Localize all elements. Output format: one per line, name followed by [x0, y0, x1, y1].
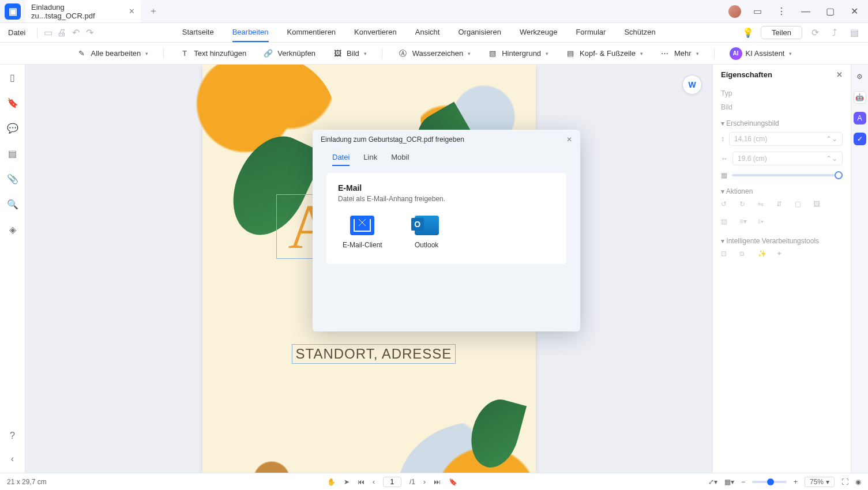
rotate-right-icon[interactable]: ↻: [739, 200, 751, 212]
zoom-thumb[interactable]: [767, 478, 774, 485]
ai-tool-icon[interactable]: ✦: [776, 250, 788, 261]
hand-tool-icon[interactable]: ✋: [327, 478, 336, 486]
attachments-icon[interactable]: 📎: [6, 172, 20, 186]
menu-bearbeiten[interactable]: Bearbeiten: [232, 23, 269, 42]
menu-schuetzen[interactable]: Schützen: [624, 23, 655, 42]
appearance-section[interactable]: ▾ Erscheinungsbild: [721, 119, 843, 127]
ai-rail-icon[interactable]: 🤖: [854, 91, 866, 104]
canvas[interactable]: A STANDORT, ADRESSE W Einladung zum Gebu…: [25, 65, 712, 473]
view-mode-icon[interactable]: ▦▾: [724, 478, 734, 486]
menu-kommentieren[interactable]: Kommentieren: [287, 23, 336, 42]
tab-close-icon[interactable]: ✕: [129, 7, 135, 16]
bookmark-nav-icon[interactable]: 🔖: [449, 478, 457, 486]
crop-icon[interactable]: ▢: [795, 200, 806, 212]
lightbulb-icon[interactable]: 💡: [741, 26, 755, 40]
new-tab-button[interactable]: ＋: [145, 3, 161, 20]
dialog-close-icon[interactable]: ✕: [566, 135, 572, 144]
extract-icon[interactable]: ⧉: [739, 250, 751, 261]
word-export-badge[interactable]: W: [682, 75, 702, 95]
settings-rail-icon[interactable]: ⚙: [854, 70, 866, 83]
align2-icon[interactable]: ≡▾: [739, 217, 751, 229]
menu-werkzeuge[interactable]: Werkzeuge: [520, 23, 558, 42]
fullscreen-icon[interactable]: ⛶: [841, 478, 848, 486]
redo-icon[interactable]: ↷: [82, 26, 96, 40]
stepper-icon[interactable]: ⌃⌄: [826, 154, 837, 163]
image-tool[interactable]: 🖼Bild▾: [327, 46, 371, 62]
upload-icon[interactable]: ⤴: [828, 26, 841, 40]
page-number-input[interactable]: [383, 477, 401, 487]
last-page-icon[interactable]: ⏭: [434, 478, 441, 486]
menu-konvertieren[interactable]: Konvertieren: [354, 23, 397, 42]
next-page-icon[interactable]: ›: [423, 478, 426, 486]
share-button[interactable]: Teilen: [761, 26, 802, 39]
edit-all-tool[interactable]: ✎Alle bearbeiten▾: [72, 46, 153, 62]
dialog-tab-datei[interactable]: Datei: [332, 149, 350, 166]
watermark-tool[interactable]: ⒶWasserzeichen▾: [393, 46, 475, 62]
read-mode-icon[interactable]: ◉: [855, 478, 861, 486]
panel-close-icon[interactable]: ✕: [836, 70, 843, 79]
flip-h-icon[interactable]: ⇋: [758, 200, 769, 212]
undo-icon[interactable]: ↶: [69, 26, 82, 40]
help-icon[interactable]: ?: [6, 429, 20, 443]
text-block-address[interactable]: STANDORT, ADRESSE: [292, 344, 456, 364]
zoom-in-icon[interactable]: +: [794, 478, 798, 486]
opacity-slider[interactable]: [732, 174, 843, 176]
maximize-icon[interactable]: ▢: [822, 3, 838, 20]
list-icon[interactable]: ▤: [847, 26, 861, 40]
replace-icon[interactable]: 🖼: [813, 200, 825, 212]
height-field[interactable]: 14,16 (cm)⌃⌄: [729, 132, 843, 146]
menu-ansicht[interactable]: Ansicht: [415, 23, 440, 42]
rotate-left-icon[interactable]: ↺: [721, 200, 732, 212]
menu-formular[interactable]: Formular: [576, 23, 606, 42]
layers-icon[interactable]: ◈: [6, 223, 20, 236]
fit-width-icon[interactable]: ⤢▾: [708, 478, 717, 486]
check-rail-icon[interactable]: ✓: [854, 133, 866, 145]
ai-assistant-tool[interactable]: AIKI Assistent▾: [725, 45, 797, 62]
app-logo[interactable]: ▣: [5, 3, 21, 20]
a-rail-icon[interactable]: A: [854, 112, 866, 125]
actions-section[interactable]: ▾ Aktionen: [721, 187, 843, 195]
link-tool[interactable]: 🔗Verknüpfen: [258, 46, 320, 62]
file-menu[interactable]: Datei: [0, 28, 33, 37]
menu-organisieren[interactable]: Organisieren: [458, 23, 501, 42]
width-field[interactable]: 19,6 (cm)⌃⌄: [732, 152, 843, 165]
fields-icon[interactable]: ▤: [6, 146, 20, 160]
prev-page-icon[interactable]: ‹: [373, 478, 375, 486]
stepper-icon[interactable]: ⌃⌄: [826, 135, 837, 143]
email-client-option[interactable]: E-Mail-Client: [343, 216, 382, 249]
dialog-tab-mobil[interactable]: Mobil: [391, 149, 409, 166]
enhance-icon[interactable]: ✨: [758, 250, 769, 261]
slider-thumb[interactable]: [835, 171, 843, 179]
thumbnails-icon[interactable]: ▯: [6, 70, 20, 84]
align-icon[interactable]: ▤: [721, 217, 732, 229]
comments-icon[interactable]: 💬: [6, 121, 20, 135]
background-tool[interactable]: ▧Hintergrund▾: [482, 46, 553, 62]
document-tab[interactable]: Einladung zu...tstag_OCR.pdf ✕: [25, 0, 141, 22]
search-icon[interactable]: 🔍: [6, 197, 20, 211]
zoom-out-icon[interactable]: −: [741, 478, 745, 486]
kebab-menu-icon[interactable]: ⋮: [773, 3, 790, 20]
more-tool[interactable]: ⋯Mehr▾: [655, 46, 704, 62]
select-tool-icon[interactable]: ➤: [344, 478, 350, 486]
tools-section[interactable]: ▾ Intelligente Verarbeitungstools: [721, 237, 843, 245]
open-icon[interactable]: ▭: [41, 26, 55, 40]
cloud-sync-icon[interactable]: ⟳: [808, 26, 822, 40]
minimize-icon[interactable]: —: [798, 3, 814, 20]
dialog-tab-link[interactable]: Link: [363, 149, 377, 166]
print-icon[interactable]: 🖨: [55, 26, 69, 40]
first-page-icon[interactable]: ⏮: [358, 478, 365, 486]
collapse-left-icon[interactable]: ‹: [6, 452, 20, 466]
header-footer-tool[interactable]: ▤Kopf- & Fußzeile▾: [560, 46, 648, 62]
add-text-tool[interactable]: TText hinzufügen: [174, 46, 251, 62]
close-window-icon[interactable]: ✕: [846, 3, 862, 20]
outlook-option[interactable]: Outlook: [415, 216, 439, 249]
ocr-icon[interactable]: ⊡: [721, 250, 732, 261]
bookmarks-icon[interactable]: 🔖: [6, 96, 20, 110]
zoom-select[interactable]: 75%▾: [805, 477, 835, 487]
distribute-icon[interactable]: ⫴▾: [758, 217, 769, 229]
menu-startseite[interactable]: Startseite: [182, 23, 214, 42]
zoom-slider[interactable]: [752, 481, 787, 483]
flip-v-icon[interactable]: ⇵: [776, 200, 788, 212]
feedback-icon[interactable]: ▭: [749, 3, 765, 20]
user-avatar[interactable]: [728, 5, 741, 18]
